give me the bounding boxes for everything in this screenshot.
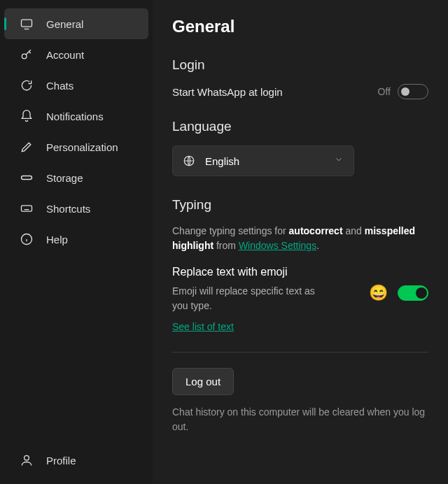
start-at-login-label: Start WhatsApp at login <box>172 86 283 98</box>
svg-point-5 <box>24 455 29 460</box>
svg-rect-3 <box>22 206 32 211</box>
sidebar-item-profile[interactable]: Profile <box>4 445 148 476</box>
sidebar-item-label: Storage <box>46 172 83 184</box>
language-dropdown[interactable]: English <box>172 145 354 176</box>
emoji-sample-icon: 😄 <box>369 284 388 302</box>
sidebar-item-label: Profile <box>46 455 76 467</box>
storage-icon <box>20 171 34 185</box>
svg-rect-2 <box>22 176 32 180</box>
sidebar-item-label: General <box>46 18 83 30</box>
logout-button[interactable]: Log out <box>172 368 234 395</box>
profile-icon <box>20 453 34 467</box>
sidebar-item-help[interactable]: Help <box>4 224 148 255</box>
sidebar-item-general[interactable]: General <box>4 8 148 39</box>
sidebar-item-label: Personalization <box>46 141 118 153</box>
key-icon <box>20 48 34 62</box>
section-login-title: Login <box>172 57 428 73</box>
globe-icon <box>183 155 195 167</box>
replace-emoji-row: Emoji will replace specific text as you … <box>172 284 428 313</box>
info-icon <box>20 232 34 246</box>
windows-settings-link[interactable]: Windows Settings <box>239 240 316 251</box>
sidebar-item-notifications[interactable]: Notifications <box>4 101 148 131</box>
replace-emoji-toggle[interactable] <box>398 285 428 301</box>
sidebar-list: General Account Chats Notifications Pers <box>0 8 153 445</box>
logout-note: Chat history on this computer will be cl… <box>172 405 428 434</box>
settings-sidebar: General Account Chats Notifications Pers <box>0 0 153 484</box>
sidebar-item-label: Account <box>46 49 84 61</box>
replace-emoji-title: Replace text with emoji <box>172 266 428 278</box>
language-selected: English <box>205 155 334 167</box>
bell-icon <box>20 109 34 123</box>
divider <box>172 352 428 353</box>
sidebar-item-label: Shortcuts <box>46 203 90 215</box>
svg-point-1 <box>22 54 27 59</box>
replace-emoji-description: Emoji will replace specific text as you … <box>172 284 333 313</box>
section-language-title: Language <box>172 119 428 134</box>
sidebar-item-shortcuts[interactable]: Shortcuts <box>4 193 148 224</box>
start-at-login-toggle[interactable] <box>398 84 428 99</box>
start-at-login-row: Start WhatsApp at login Off <box>172 84 428 99</box>
see-list-link[interactable]: See list of text <box>172 321 234 332</box>
sidebar-item-label: Help <box>46 234 68 245</box>
sidebar-item-label: Notifications <box>46 111 104 122</box>
chat-icon <box>20 78 34 92</box>
sidebar-item-label: Chats <box>46 80 74 92</box>
sidebar-item-chats[interactable]: Chats <box>4 70 148 101</box>
settings-panel: General Login Start WhatsApp at login Of… <box>153 0 448 484</box>
keyboard-icon <box>20 201 34 215</box>
section-typing-title: Typing <box>172 197 428 213</box>
sidebar-item-storage[interactable]: Storage <box>4 162 148 193</box>
chevron-down-icon <box>334 155 344 167</box>
display-icon <box>20 17 34 31</box>
start-at-login-state: Off <box>378 86 391 97</box>
page-title: General <box>172 17 428 36</box>
sidebar-item-account[interactable]: Account <box>4 39 148 70</box>
typing-description: Change typing settings for autocorrect a… <box>172 224 428 253</box>
pencil-icon <box>20 140 34 154</box>
sidebar-item-personalization[interactable]: Personalization <box>4 131 148 162</box>
svg-rect-0 <box>22 20 32 27</box>
